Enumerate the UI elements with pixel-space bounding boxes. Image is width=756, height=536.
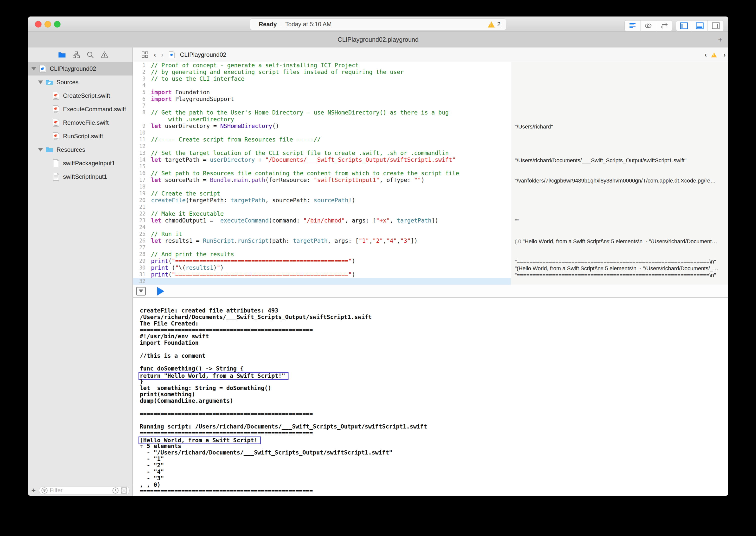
console-toggle-button[interactable] bbox=[136, 287, 146, 295]
debug-console[interactable]: createFile: created file attributes: 493… bbox=[133, 298, 728, 496]
code-line-25[interactable]: 25// Run it bbox=[133, 231, 511, 238]
code-line-2[interactable]: 2// by generating and executing script f… bbox=[133, 69, 511, 76]
add-tab-button[interactable]: + bbox=[716, 35, 725, 44]
back-button[interactable]: ‹ bbox=[154, 51, 156, 59]
swift-file-icon: SWIFT bbox=[52, 92, 60, 100]
debug-panel-toggle[interactable] bbox=[692, 20, 708, 31]
line-number: 19 bbox=[133, 190, 149, 197]
filter-field[interactable]: Filter bbox=[39, 486, 129, 495]
code-line-29[interactable]: 29print("===============================… bbox=[133, 258, 511, 264]
tree-item-Sources[interactable]: Sources bbox=[28, 76, 133, 89]
navigator-panel-toggle[interactable] bbox=[676, 20, 692, 31]
result-value[interactable]: "=======================================… bbox=[515, 272, 728, 279]
related-items-icon[interactable] bbox=[141, 51, 149, 58]
tree-item-swiftScriptInput1[interactable]: swiftScriptInput1 bbox=[28, 170, 133, 184]
code-line-3[interactable]: 3// to use the CLI interface bbox=[133, 76, 511, 82]
code-line-22[interactable]: 22// Make it Executable bbox=[133, 211, 511, 217]
tree-item-swiftPackageInput1[interactable]: swiftPackageInput1 bbox=[28, 156, 133, 170]
code-line-26[interactable]: 26let results1 = RunScript.runScript(pat… bbox=[133, 238, 511, 244]
next-issue-button[interactable]: › bbox=[724, 51, 726, 59]
result-value[interactable]: "" bbox=[515, 218, 728, 224]
line-number: 27 bbox=[133, 244, 149, 251]
zoom-button[interactable] bbox=[54, 21, 60, 27]
close-button[interactable] bbox=[35, 21, 42, 27]
code-line-7[interactable]: 7 bbox=[133, 103, 511, 109]
code-line-16[interactable]: 16// Set path to Resources file containi… bbox=[133, 170, 511, 177]
warning-icon[interactable] bbox=[488, 21, 495, 27]
line-number: 13 bbox=[133, 150, 149, 156]
editor-area: ‹ › CLIPlayground02 ‹ › 1// Proof of con… bbox=[133, 48, 728, 496]
inspector-panel-toggle[interactable] bbox=[708, 20, 724, 31]
disclosure-triangle-icon[interactable] bbox=[31, 67, 36, 71]
search-navigator-tab[interactable] bbox=[86, 51, 94, 58]
result-value[interactable]: "/var/folders/7l/cgpb6wr9489b1qhxl8y38hv… bbox=[515, 177, 728, 184]
playground-results-sidebar[interactable]: "/Users/richard""/Users/richard/Document… bbox=[511, 62, 728, 285]
run-button[interactable] bbox=[157, 287, 164, 295]
symbol-navigator-tab[interactable] bbox=[73, 51, 80, 58]
line-number: 29 bbox=[133, 258, 149, 264]
code-line-14[interactable]: 14let targetPath = userDirectory + "/Doc… bbox=[133, 156, 511, 163]
code-line-27[interactable]: 27 bbox=[133, 244, 511, 251]
result-value[interactable]: "/Users/richard" bbox=[515, 123, 728, 130]
result-value[interactable]: "(Hello World, from a Swift Script!\n▿ 5… bbox=[515, 265, 728, 272]
line-number: 23 bbox=[133, 217, 149, 224]
code-line-10[interactable]: 10 bbox=[133, 129, 511, 136]
clear-filter-icon[interactable] bbox=[121, 487, 127, 494]
source-editor[interactable]: 1// Proof of concept - generate a self-i… bbox=[133, 62, 511, 285]
code-line-21[interactable]: 21 bbox=[133, 204, 511, 211]
code-line-15[interactable]: 15 bbox=[133, 163, 511, 170]
minimize-button[interactable] bbox=[45, 21, 51, 27]
tab-playground[interactable]: CLIPlayground02.playground bbox=[338, 36, 419, 43]
jumpbar-file-label[interactable]: CLIPlayground02 bbox=[180, 51, 226, 58]
code-line-28[interactable]: 28// And print the results bbox=[133, 251, 511, 258]
result-value[interactable]: "/Users/richard/Documents/___Swift_Scrip… bbox=[515, 157, 728, 164]
project-navigator-tab[interactable] bbox=[58, 51, 66, 58]
line-number bbox=[133, 116, 149, 123]
code-line-32[interactable]: 32 bbox=[133, 278, 511, 285]
code-line-18[interactable]: 18 bbox=[133, 184, 511, 190]
assistant-editor-button[interactable] bbox=[641, 20, 656, 31]
code-text: // Proof of concept - generate a self-in… bbox=[151, 62, 359, 69]
code-line-20[interactable]: 20createFile(targetPath: targetPath, sou… bbox=[133, 197, 511, 204]
tree-item-CreateScript.swift[interactable]: SWIFTCreateScript.swift bbox=[28, 89, 133, 103]
code-line-6[interactable]: 6import PlaygroundSupport bbox=[133, 96, 511, 103]
code-line-30[interactable]: 30print ("\(results1)") bbox=[133, 264, 511, 271]
code-line-19[interactable]: 19// Create the script bbox=[133, 190, 511, 197]
code-line-23[interactable]: 23let chmodOutput1 = executeCommand(comm… bbox=[133, 217, 511, 224]
tree-item-CLIPlayground02[interactable]: CLIPlayground02 bbox=[28, 62, 133, 76]
console-line: func doSomething() -> String { bbox=[140, 365, 728, 372]
code-line-31[interactable]: 31print("===============================… bbox=[133, 271, 511, 278]
code-text: // Set the target location of the CLI sc… bbox=[151, 150, 449, 156]
code-line-11[interactable]: 11//----- Create script from Resources f… bbox=[133, 136, 511, 143]
jumpbar-warning-icon[interactable] bbox=[711, 52, 716, 57]
code-line-8[interactable]: 8// Get the path to the User's Home Dire… bbox=[133, 109, 511, 116]
code-line-13[interactable]: 13// Set the target location of the CLI … bbox=[133, 150, 511, 156]
previous-issue-button[interactable]: ‹ bbox=[705, 51, 707, 59]
code-line-1[interactable]: 1// Proof of concept - generate a self-i… bbox=[133, 62, 511, 69]
version-editor-button[interactable] bbox=[656, 20, 672, 31]
add-file-button[interactable]: + bbox=[28, 486, 39, 495]
tree-item-RemoveFile.swift[interactable]: SWIFTRemoveFile.swift bbox=[28, 116, 133, 129]
warning-count[interactable]: 2 bbox=[497, 21, 501, 28]
standard-editor-button[interactable] bbox=[625, 20, 641, 31]
assistant-editor-icon bbox=[644, 22, 652, 29]
code-line-9[interactable]: 9let userDirectory = NSHomeDirectory() bbox=[133, 123, 511, 129]
issue-navigator-tab[interactable] bbox=[101, 51, 109, 58]
forward-button[interactable]: › bbox=[161, 51, 163, 59]
tree-item-ExecuteCommand.swift[interactable]: SWIFTExecuteCommand.swift bbox=[28, 103, 133, 116]
code-text: with .userDirectory bbox=[151, 116, 234, 123]
disclosure-triangle-icon[interactable] bbox=[38, 81, 43, 84]
code-line-4[interactable]: 4 bbox=[133, 82, 511, 89]
disclosure-triangle-icon[interactable] bbox=[38, 148, 43, 151]
result-value[interactable]: (.0 "Hello World, from a Swift Script!\n… bbox=[515, 238, 728, 245]
tree-item-Resources[interactable]: Resources bbox=[28, 143, 133, 156]
result-value[interactable]: "=======================================… bbox=[515, 258, 728, 265]
code-line-wrap[interactable]: with .userDirectory bbox=[133, 116, 511, 123]
code-line-5[interactable]: 5import Foundation bbox=[133, 89, 511, 96]
code-line-24[interactable]: 24 bbox=[133, 224, 511, 231]
title-bar[interactable]: Ready Today at 5:10 AM 2 bbox=[28, 17, 728, 32]
code-line-12[interactable]: 12 bbox=[133, 143, 511, 150]
recents-clock-icon[interactable] bbox=[112, 487, 119, 494]
tree-item-RunScript.swift[interactable]: SWIFTRunScript.swift bbox=[28, 129, 133, 143]
code-line-17[interactable]: 17let sourcePath = Bundle.main.path(forR… bbox=[133, 177, 511, 184]
